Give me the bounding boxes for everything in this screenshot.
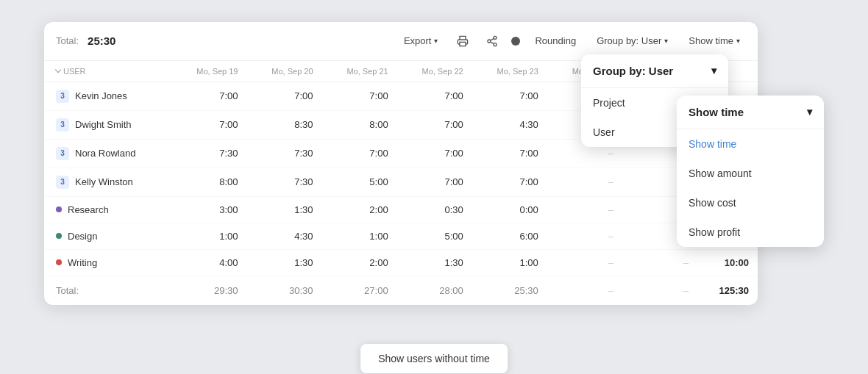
time-cell: 7:00 — [397, 110, 472, 139]
dash-icon: – — [608, 148, 613, 159]
dash-icon: – — [683, 285, 689, 296]
svg-line-4 — [491, 42, 494, 44]
time-cell: 8:00 — [171, 168, 246, 196]
grand-total: 125:30 — [697, 276, 758, 305]
user-cell: Design — [44, 223, 171, 249]
time-cell: 7:00 — [322, 82, 397, 110]
user-name: Kevin Jones — [75, 90, 127, 101]
time-cell: 7:00 — [171, 110, 246, 139]
date-col-2: Mo, Sep 20 — [247, 61, 322, 82]
date-col-4: Mo, Sep 22 — [397, 61, 472, 82]
svg-line-5 — [491, 38, 494, 40]
export-chevron-icon: ▾ — [434, 37, 438, 45]
export-button[interactable]: Export ▾ — [398, 32, 444, 49]
group-by-panel-header: Group by: User ▾ — [581, 54, 728, 88]
time-cell: 4:30 — [472, 110, 547, 139]
show-time-item-show-amount[interactable]: Show amount — [677, 159, 824, 188]
time-cell: – — [547, 223, 622, 249]
total-value-cell: 30:30 — [247, 276, 322, 305]
dot-menu-icon[interactable] — [511, 37, 520, 46]
user-cell: 3Kelly Winston — [44, 168, 171, 196]
group-by-chevron-icon: ▾ — [664, 37, 668, 45]
show-time-item-show-profit[interactable]: Show profit — [677, 217, 824, 247]
time-cell: 8:00 — [322, 110, 397, 139]
total-value-cell: 28:00 — [397, 276, 472, 305]
main-wrapper: Total: 25:30 Export ▾ — [44, 22, 824, 353]
time-cell: 7:00 — [171, 82, 246, 110]
svg-point-2 — [488, 40, 491, 43]
show-time-chevron-icon: ▾ — [736, 37, 740, 45]
date-col-1: Mo, Sep 19 — [171, 61, 246, 82]
user-name: Dwight Smith — [75, 119, 132, 130]
show-time-button[interactable]: Show time ▾ — [683, 32, 746, 49]
dash-icon: – — [683, 257, 689, 268]
date-col-5: Mo, Sep 23 — [472, 61, 547, 82]
show-time-item-show-cost[interactable]: Show cost — [677, 188, 824, 217]
time-cell: 1:00 — [322, 223, 397, 249]
time-cell: 7:30 — [247, 168, 322, 196]
rounding-button[interactable]: Rounding — [529, 32, 582, 49]
group-by-button[interactable]: Group by: User ▾ — [591, 32, 674, 49]
user-name: Nora Rowland — [75, 148, 135, 159]
show-time-panel-title: Show time — [689, 106, 744, 118]
total-value-cell: – — [622, 276, 697, 305]
table-row: 3Kelly Winston8:007:305:007:007:00––34:3… — [44, 168, 758, 196]
user-column-header[interactable]: USER — [44, 61, 171, 82]
totals-row: Total:29:3030:3027:0028:0025:30––125:30 — [44, 276, 758, 305]
show-time-label: Show time — [689, 35, 733, 46]
dash-icon: – — [608, 204, 613, 215]
time-cell: 3:00 — [171, 196, 246, 223]
time-cell: 1:00 — [171, 223, 246, 249]
time-cell: 7:30 — [247, 139, 322, 168]
time-cell: 4:30 — [247, 223, 322, 249]
dash-icon: – — [608, 231, 613, 242]
time-cell: 5:00 — [397, 223, 472, 249]
user-badge: 3 — [56, 147, 69, 160]
group-by-label: Group by: User — [597, 35, 661, 46]
chevron-toggle-icon — [56, 70, 60, 72]
time-cell: – — [547, 196, 622, 223]
time-cell: 7:00 — [472, 139, 547, 168]
totals-label: Total: — [44, 276, 171, 305]
user-cell: 3Dwight Smith — [44, 110, 171, 139]
rounding-label: Rounding — [535, 35, 576, 46]
time-cell: 7:00 — [322, 139, 397, 168]
dash-icon: – — [608, 176, 613, 187]
show-time-item-show-time[interactable]: Show time — [677, 129, 824, 159]
user-badge: 3 — [56, 176, 69, 189]
user-name: Kelly Winston — [75, 176, 133, 187]
time-cell: 4:00 — [171, 249, 246, 276]
time-cell: 7:00 — [397, 139, 472, 168]
group-by-panel-title: Group by: User — [593, 65, 673, 77]
project-dot-icon — [56, 259, 62, 265]
time-cell: 7:30 — [171, 139, 246, 168]
svg-point-3 — [494, 43, 497, 46]
table-row: Research3:001:302:000:300:00––7:00 — [44, 196, 758, 223]
time-cell: 2:00 — [322, 196, 397, 223]
time-cell: 7:00 — [472, 82, 547, 110]
time-cell: 0:00 — [472, 196, 547, 223]
show-time-panel-chevron-icon: ▾ — [807, 106, 812, 118]
project-name: Writing — [68, 257, 97, 268]
time-cell: 0:30 — [397, 196, 472, 223]
date-col-3: Mo, Sep 21 — [322, 61, 397, 82]
export-label: Export — [404, 35, 432, 46]
time-cell: 1:30 — [247, 196, 322, 223]
user-badge: 3 — [56, 118, 69, 132]
svg-point-1 — [494, 36, 497, 39]
print-button[interactable] — [452, 31, 473, 51]
user-cell: 3Nora Rowland — [44, 139, 171, 168]
user-badge: 3 — [56, 90, 69, 103]
svg-rect-0 — [460, 42, 466, 46]
time-cell: 7:00 — [397, 82, 472, 110]
share-button[interactable] — [482, 31, 502, 51]
time-cell: 2:00 — [322, 249, 397, 276]
time-cell: – — [622, 249, 697, 276]
project-name: Design — [68, 231, 97, 242]
time-cell: 7:00 — [247, 82, 322, 110]
group-by-chevron-down-icon: ▾ — [711, 65, 716, 76]
show-users-without-time-button[interactable]: Show users without time — [360, 344, 508, 373]
dash-icon: – — [608, 257, 613, 268]
project-dot-icon — [56, 233, 62, 239]
row-total: 10:00 — [697, 249, 758, 276]
